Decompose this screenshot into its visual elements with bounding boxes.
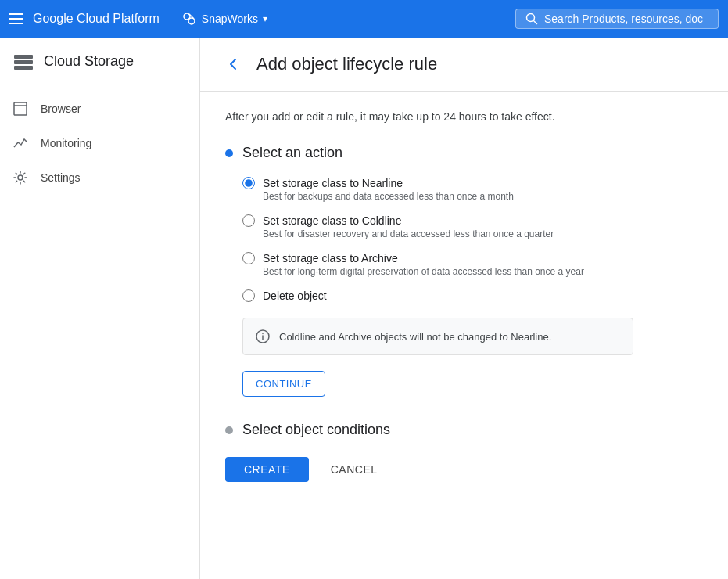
create-button[interactable]: CREATE [225,457,309,482]
back-button[interactable] [219,50,247,78]
step1-header: Select an action [225,145,703,161]
cancel-button[interactable]: CANCEL [318,457,390,482]
radio-label-coldline[interactable]: Set storage class to Coldline [242,214,703,227]
search-icon [525,13,538,25]
main-content: Add object lifecycle rule After you add … [200,38,728,579]
sidebar: Cloud Storage Browser Monitoring [0,38,200,579]
page-title: Add object lifecycle rule [256,54,437,74]
sidebar-item-monitoring[interactable]: Monitoring [0,126,193,160]
project-name: SnapWorks [202,13,258,25]
app-logo: Google Cloud Platform [33,12,160,26]
project-icon [181,11,197,27]
radio-coldline-desc: Best for disaster recovery and data acce… [242,228,703,239]
radio-option-archive: Set storage class to Archive Best for lo… [242,252,703,277]
radio-coldline[interactable] [242,214,255,227]
step2-section: Select object conditions CREATE CANCEL [225,422,703,482]
action-buttons: CREATE CANCEL [225,457,703,482]
main-layout: Cloud Storage Browser Monitoring [0,38,728,579]
svg-line-4 [534,21,537,24]
action-radio-group: Set storage class to Nearline Best for b… [225,177,703,302]
sidebar-nav: Browser Monitoring Settings [0,85,199,195]
settings-icon [13,170,28,185]
page-header: Add object lifecycle rule [200,38,728,92]
radio-label-nearline[interactable]: Set storage class to Nearline [242,177,703,189]
radio-archive-desc: Best for long-term digital preservation … [242,266,703,277]
svg-point-1 [188,18,195,24]
radio-archive[interactable] [242,252,255,264]
info-icon [256,329,270,343]
svg-rect-7 [14,66,33,70]
sidebar-header: Cloud Storage [0,38,199,85]
radio-archive-text: Set storage class to Archive [263,252,398,264]
svg-point-13 [262,333,264,335]
step2-title: Select object conditions [242,422,390,438]
svg-rect-6 [14,60,33,64]
svg-point-10 [18,175,23,180]
radio-nearline[interactable] [242,177,255,189]
radio-nearline-desc: Best for backups and data accessed less … [242,191,703,202]
hamburger-menu[interactable] [9,13,23,24]
sidebar-title: Cloud Storage [44,53,134,70]
continue-button[interactable]: CONTINUE [242,371,325,397]
info-box: Coldline and Archive objects will not be… [242,318,633,355]
top-navigation: Google Cloud Platform SnapWorks ▾ Search… [0,0,728,38]
svg-rect-5 [14,55,33,59]
sidebar-item-browser[interactable]: Browser [0,92,193,126]
search-bar[interactable]: Search Products, resources, doc [515,9,719,29]
browser-icon [13,101,28,117]
svg-rect-8 [14,102,27,115]
radio-nearline-text: Set storage class to Nearline [263,177,403,189]
radio-label-delete[interactable]: Delete object [242,290,703,302]
radio-option-coldline: Set storage class to Coldline Best for d… [242,214,703,239]
radio-delete[interactable] [242,290,255,302]
radio-coldline-text: Set storage class to Coldline [263,214,401,227]
step1-section: Select an action Set storage class to Ne… [225,145,703,397]
chevron-down-icon: ▾ [263,13,267,24]
cloud-storage-icon [13,50,34,72]
step2-dot [225,426,233,434]
monitoring-icon [13,135,28,151]
search-placeholder: Search Products, resources, doc [544,13,703,25]
radio-option-nearline: Set storage class to Nearline Best for b… [242,177,703,202]
info-text: After you add or edit a rule, it may tak… [225,110,703,123]
content-area: After you add or edit a rule, it may tak… [200,92,728,501]
sidebar-item-settings[interactable]: Settings [0,160,193,195]
project-selector[interactable]: SnapWorks ▾ [181,11,267,27]
step1-title: Select an action [242,145,342,161]
step1-dot [225,149,233,157]
info-box-text: Coldline and Archive objects will not be… [279,331,551,343]
sidebar-label-settings: Settings [41,171,81,184]
sidebar-label-browser: Browser [41,102,81,115]
sidebar-label-monitoring: Monitoring [41,137,91,149]
radio-delete-text: Delete object [263,290,327,302]
radio-option-delete: Delete object [242,290,703,302]
radio-label-archive[interactable]: Set storage class to Archive [242,252,703,264]
step2-header: Select object conditions [225,422,703,438]
